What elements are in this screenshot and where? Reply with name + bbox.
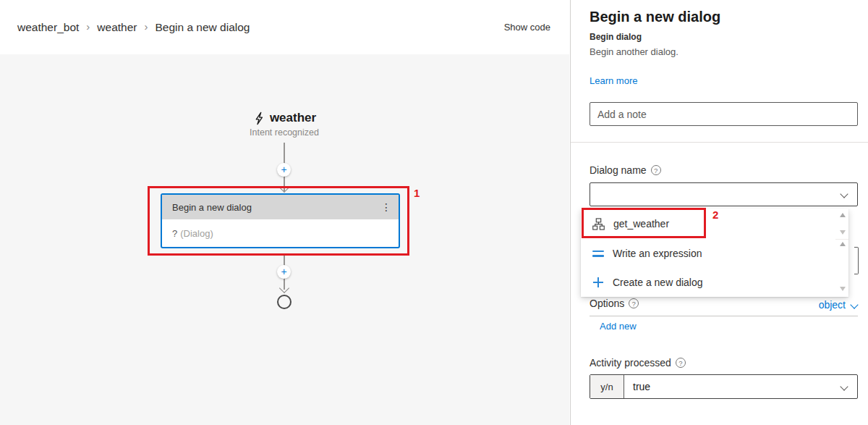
properties-panel: Begin a new dialog Begin dialog Begin an… [570, 0, 868, 425]
flow-canvas: weather Intent recognized + Begin a new … [0, 54, 569, 425]
breadcrumb-item-action[interactable]: Begin a new dialog [155, 21, 250, 34]
annotation-label-2: 2 [712, 209, 718, 221]
dropdown-item-label: get_weather [613, 218, 669, 230]
breadcrumb-separator-icon: › [144, 20, 148, 33]
dropdown-scrollbar-lower[interactable] [837, 242, 848, 291]
obscured-field-edge [854, 247, 859, 274]
activity-label-row: Activity processed ? [590, 357, 686, 369]
scroll-up-icon[interactable] [840, 242, 846, 246]
node-title: Begin a new dialog [172, 202, 252, 213]
options-divider [590, 316, 858, 316]
dropdown-scrollbar-upper[interactable] [837, 213, 848, 235]
help-icon[interactable]: ? [629, 298, 639, 308]
dialog-name-label-row: Dialog name ? [590, 164, 661, 176]
dialog-name-label: Dialog name [590, 164, 647, 176]
equals-icon [592, 251, 604, 257]
chevron-down-icon [840, 190, 848, 198]
add-action-button-bottom[interactable]: + [277, 265, 291, 279]
help-icon[interactable]: ? [676, 358, 686, 368]
annotation-label-1: 1 [414, 187, 420, 199]
node-body: ? (Dialog) [162, 219, 399, 247]
breadcrumb-separator-icon: › [86, 20, 90, 33]
note-input[interactable] [590, 102, 858, 126]
dropdown-item-label: Create a new dialog [613, 277, 703, 288]
app-root: weather_bot › weather › Begin a new dial… [0, 0, 868, 425]
node-value-prefix: ? [172, 228, 177, 239]
panel-action-kind: Begin dialog [590, 32, 642, 42]
dropdown-item-write-expression[interactable]: Write an expression [581, 239, 835, 268]
scroll-up-icon[interactable] [840, 213, 846, 217]
node-value-hint: (Dialog) [180, 228, 213, 239]
dropdown-item-get-weather[interactable]: get_weather [581, 209, 835, 239]
section-divider [571, 142, 868, 143]
dropdown-item-create-dialog[interactable]: Create a new dialog [581, 268, 835, 297]
scroll-down-icon[interactable] [840, 287, 846, 291]
dropdown-item-label: Write an expression [613, 248, 702, 259]
learn-more-link[interactable]: Learn more [590, 75, 637, 86]
add-new-link[interactable]: Add new [600, 321, 637, 332]
activity-processed-dropdown[interactable]: y/n true [590, 374, 858, 399]
scroll-down-icon[interactable] [840, 230, 846, 235]
trigger-node[interactable]: weather Intent recognized [183, 111, 386, 138]
begin-dialog-node[interactable]: Begin a new dialog ⋮ ? (Dialog) [161, 193, 400, 248]
show-code-button[interactable]: Show code [504, 22, 550, 33]
breadcrumb-item-dialog[interactable]: weather [97, 21, 137, 34]
lightning-icon [252, 111, 265, 125]
chevron-down-icon [850, 300, 858, 308]
activity-processed-label: Activity processed [590, 357, 671, 369]
options-label-row: Options ? [590, 298, 639, 309]
activity-processed-value: true [624, 375, 841, 398]
flow-end-node [277, 295, 292, 309]
dialog-name-dropdown: get_weather Write an expression Create a… [581, 209, 848, 297]
authoring-region: weather_bot › weather › Begin a new dial… [0, 0, 569, 425]
options-type-value: object [819, 299, 846, 311]
trigger-subtitle: Intent recognized [183, 127, 386, 138]
trigger-title: weather [270, 111, 316, 125]
panel-description: Begin another dialog. [590, 46, 678, 57]
arrowhead-icon [279, 182, 289, 193]
node-header: Begin a new dialog ⋮ [162, 195, 399, 219]
plus-icon [592, 277, 604, 288]
boolean-type-badge: y/n [590, 375, 624, 398]
canvas-header: weather_bot › weather › Begin a new dial… [0, 0, 569, 54]
panel-title: Begin a new dialog [590, 9, 720, 25]
dialog-name-combobox[interactable] [590, 182, 858, 206]
help-icon[interactable]: ? [651, 165, 661, 175]
org-chart-icon [592, 218, 605, 230]
breadcrumb-item-bot[interactable]: weather_bot [17, 21, 79, 34]
arrowhead-icon [279, 283, 289, 293]
options-label: Options [590, 298, 624, 309]
options-type-selector[interactable]: object [819, 299, 857, 311]
add-action-button-top[interactable]: + [277, 163, 291, 177]
node-menu-icon[interactable]: ⋮ [381, 202, 391, 212]
breadcrumb: weather_bot › weather › Begin a new dial… [17, 21, 250, 34]
chevron-down-icon [841, 375, 857, 398]
